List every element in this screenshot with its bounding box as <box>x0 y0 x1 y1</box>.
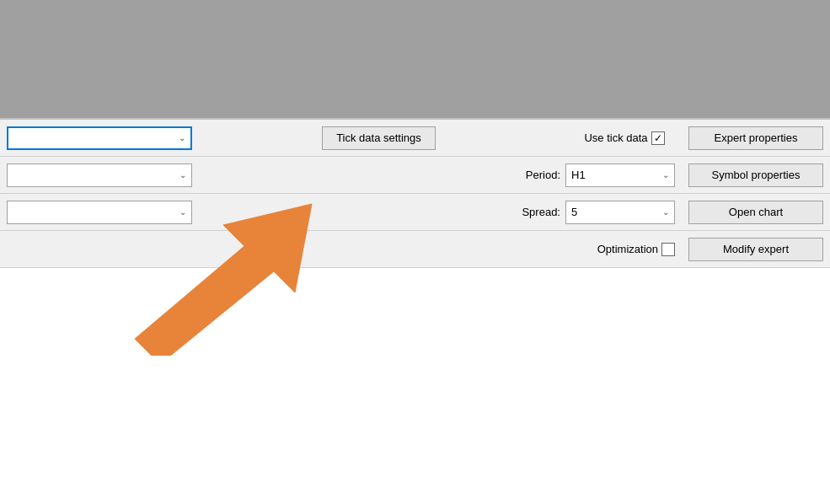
dropdown-2[interactable]: ⌄ <box>7 164 192 187</box>
row2-middle-section: Period: H1 ⌄ <box>197 164 683 187</box>
chevron-down-icon: ⌄ <box>179 170 186 180</box>
period-value: H1 <box>571 169 586 181</box>
symbol-properties-button[interactable]: Symbol properties <box>688 164 823 187</box>
dropdown-1[interactable]: ⌄ <box>7 126 192 150</box>
spread-dropdown[interactable]: 5 ⌄ <box>565 201 675 224</box>
chevron-down-icon: ⌄ <box>662 170 669 180</box>
row-1: ⌄ Tick data settings Use tick data Exper… <box>0 120 830 157</box>
row1-middle-section: Tick data settings <box>197 126 560 150</box>
period-label: Period: <box>526 169 560 181</box>
open-chart-button[interactable]: Open chart <box>688 201 823 224</box>
row-3: ⌄ Spread: 5 ⌄ Open chart <box>0 194 830 231</box>
use-tick-checkbox[interactable] <box>651 131 665 145</box>
spread-label: Spread: <box>522 206 560 218</box>
chevron-down-icon: ⌄ <box>662 207 669 217</box>
chevron-down-icon: ⌄ <box>179 133 185 142</box>
optimization-checkbox[interactable] <box>661 243 675 256</box>
row3-left-section: ⌄ <box>7 201 192 224</box>
row-2: ⌄ Period: H1 ⌄ Symbol properties <box>0 157 830 194</box>
tick-data-settings-button[interactable]: Tick data settings <box>322 126 436 150</box>
use-tick-label: Use tick data <box>584 131 647 144</box>
row4-middle-section: Optimization <box>197 243 683 256</box>
row1-left-section: ⌄ <box>7 126 192 150</box>
row3-middle-section: Spread: 5 ⌄ <box>197 201 683 224</box>
expert-properties-button[interactable]: Expert properties <box>688 126 823 150</box>
bottom-white-area <box>0 268 830 504</box>
modify-expert-button[interactable]: Modify expert <box>688 238 823 261</box>
chevron-down-icon: ⌄ <box>179 207 186 217</box>
dropdown-3[interactable]: ⌄ <box>7 201 192 224</box>
row-4: Optimization Modify expert <box>0 231 830 268</box>
period-dropdown[interactable]: H1 ⌄ <box>565 164 675 187</box>
row2-left-section: ⌄ <box>7 164 192 187</box>
use-tick-area: Use tick data <box>565 131 683 145</box>
controls-area: ⌄ Tick data settings Use tick data Exper… <box>0 120 830 268</box>
row1-right-section: Expert properties <box>688 126 823 150</box>
spread-value: 5 <box>571 206 577 218</box>
optimization-label: Optimization <box>597 243 658 255</box>
top-gray-area <box>0 0 830 118</box>
